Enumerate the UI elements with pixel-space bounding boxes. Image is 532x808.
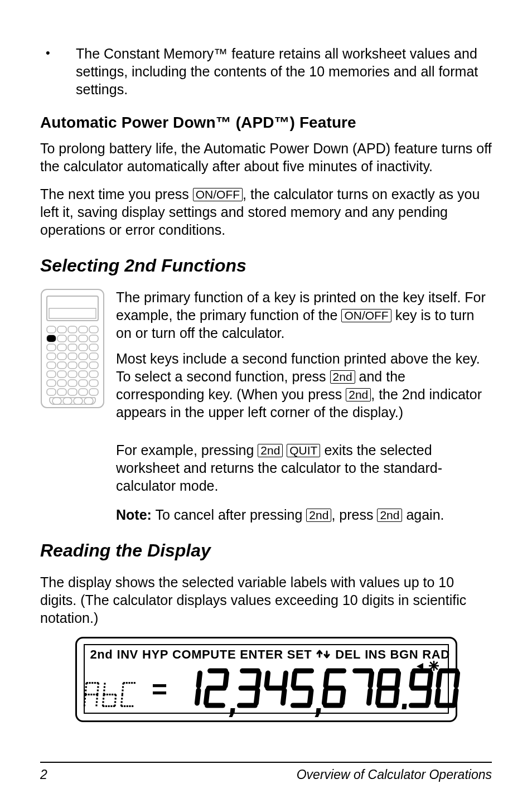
svg-rect-88 (104, 683, 105, 684)
lcd-label-abc (82, 681, 137, 708)
svg-rect-10 (68, 335, 77, 342)
svg-rect-99 (114, 704, 115, 706)
svg-rect-24 (57, 362, 66, 369)
svg-rect-14 (57, 344, 66, 351)
svg-rect-25 (68, 362, 77, 369)
svg-rect-117 (120, 704, 122, 706)
svg-rect-36 (79, 380, 88, 386)
svg-rect-21 (79, 353, 88, 360)
key-onoff: ON/OFF (193, 188, 243, 201)
svg-rect-104 (134, 682, 136, 684)
footer-page-number: 2 (40, 767, 47, 782)
svg-rect-93 (103, 698, 104, 699)
svg-rect-110 (122, 683, 124, 684)
svg-rect-7 (89, 326, 98, 333)
svg-rect-81 (112, 694, 113, 695)
svg-rect-30 (68, 371, 77, 378)
svg-rect-17 (89, 344, 98, 351)
svg-rect-20 (68, 353, 77, 360)
svg-rect-73 (84, 704, 85, 706)
reading-para-1: The display shows the selected variable … (40, 573, 492, 627)
svg-rect-86 (110, 705, 112, 707)
svg-rect-115 (121, 698, 123, 699)
note-a: To cancel after pressing (152, 507, 306, 522)
svg-rect-85 (108, 705, 110, 707)
svg-rect-91 (103, 693, 105, 694)
svg-rect-32 (89, 371, 98, 378)
svg-rect-13 (47, 344, 56, 351)
svg-rect-106 (124, 705, 125, 707)
key-2nd-1: 2nd (330, 370, 355, 384)
bullet-constant-memory: • The Constant Memory™ feature retains a… (40, 45, 492, 98)
page-footer: 2 Overview of Calculator Operations (40, 762, 492, 782)
svg-rect-2 (49, 308, 96, 318)
svg-rect-38 (47, 389, 56, 395)
svg-rect-33 (47, 380, 56, 386)
lcd-equals: = (149, 674, 170, 708)
svg-rect-103 (131, 682, 133, 684)
svg-rect-31 (79, 371, 88, 378)
key-quit: QUIT (287, 444, 320, 457)
apd-p2-a: The next time you press (40, 186, 193, 202)
second-para-1: The primary function of a key is printed… (116, 288, 492, 342)
svg-rect-6 (79, 326, 88, 333)
ind-ins: INS (365, 647, 386, 662)
svg-rect-53 (89, 682, 90, 684)
svg-rect-15 (68, 344, 77, 351)
note-c: again. (402, 507, 444, 522)
svg-rect-62 (85, 683, 87, 684)
key-2nd-3: 2nd (258, 444, 283, 457)
svg-rect-109 (132, 705, 133, 707)
apd-para-2: The next time you press ON/OFF, the calc… (40, 185, 492, 239)
svg-rect-79 (107, 694, 108, 695)
svg-rect-89 (104, 686, 105, 688)
svg-rect-41 (79, 389, 88, 395)
svg-rect-70 (84, 694, 86, 696)
key-2nd-4: 2nd (306, 509, 331, 522)
key-2nd-5: 2nd (377, 509, 402, 522)
note-b: , press (331, 507, 377, 522)
svg-rect-22 (89, 353, 98, 360)
svg-rect-4 (57, 326, 66, 333)
svg-rect-72 (84, 701, 85, 703)
key-onoff-2: ON/OFF (341, 309, 391, 322)
heading-reading-display: Reading the Display (40, 540, 492, 561)
svg-rect-11 (79, 335, 88, 342)
heading-2nd-functions: Selecting 2nd Functions (40, 255, 492, 276)
svg-rect-71 (84, 698, 86, 699)
svg-rect-58 (88, 694, 90, 695)
svg-rect-108 (129, 705, 130, 707)
svg-rect-114 (122, 694, 123, 696)
svg-rect-9 (57, 335, 66, 342)
second-note: Note: To cancel after pressing 2nd, pres… (116, 506, 492, 524)
svg-rect-75 (96, 698, 98, 699)
svg-rect-23 (47, 362, 56, 369)
svg-rect-27 (89, 362, 98, 369)
svg-rect-65 (85, 693, 86, 694)
svg-rect-16 (79, 344, 88, 351)
svg-rect-102 (128, 682, 130, 684)
lcd-digits (176, 668, 461, 708)
svg-rect-28 (47, 371, 56, 378)
svg-rect-5 (68, 326, 77, 333)
ind-inv: INV (117, 647, 138, 662)
ind-enter: ENTER (240, 647, 283, 662)
lcd-illustration: 2nd INV HYP COMPUTE ENTER SET DEL INS BG… (75, 637, 457, 722)
svg-rect-90 (103, 689, 105, 691)
svg-rect-37 (89, 380, 98, 386)
svg-rect-55 (94, 682, 96, 684)
svg-rect-77 (95, 704, 97, 706)
svg-rect-92 (103, 694, 104, 696)
svg-rect-18 (47, 353, 56, 360)
calculator-illustration (40, 288, 105, 429)
ind-del: DEL (335, 647, 361, 662)
ind-hyp: HYP (142, 647, 168, 662)
svg-rect-111 (122, 686, 124, 688)
svg-rect-26 (79, 362, 88, 369)
svg-rect-68 (97, 689, 99, 691)
svg-rect-94 (102, 701, 104, 703)
svg-rect-12 (89, 335, 98, 342)
svg-rect-67 (97, 686, 99, 688)
ind-updown-icon (316, 649, 331, 660)
svg-rect-59 (90, 694, 92, 695)
